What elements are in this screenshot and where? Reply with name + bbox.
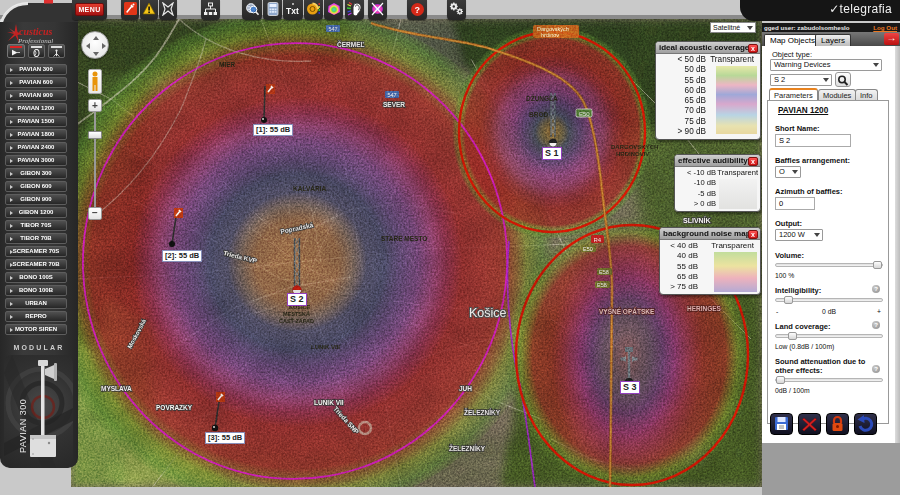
svg-text:?: ? bbox=[414, 5, 420, 15]
svg-text:Txt: Txt bbox=[286, 6, 299, 16]
svg-text:custicus: custicus bbox=[19, 26, 52, 37]
